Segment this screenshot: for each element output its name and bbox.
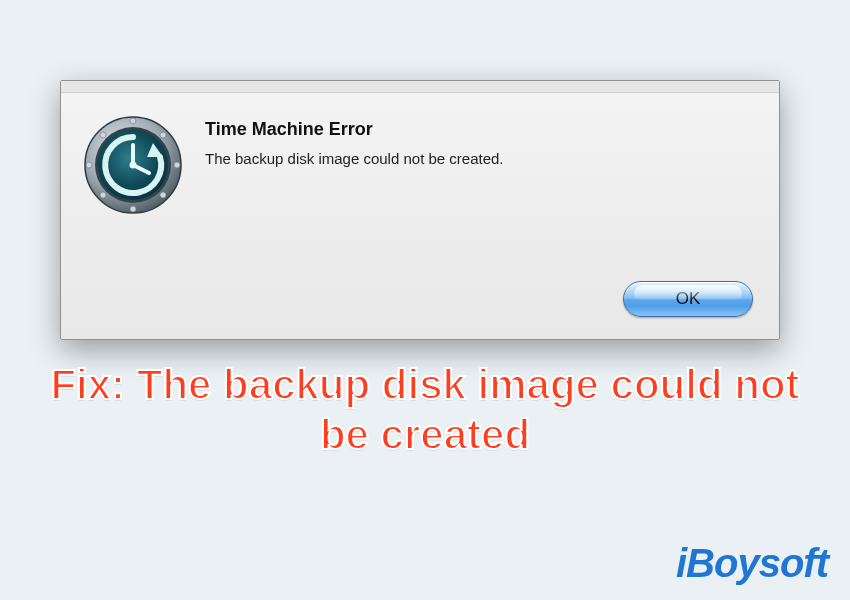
- dialog-button-row: OK: [623, 281, 753, 317]
- dialog-message: The backup disk image could not be creat…: [205, 150, 753, 167]
- error-dialog: Time Machine Error The backup disk image…: [60, 80, 780, 340]
- svg-point-4: [130, 206, 136, 212]
- overlay-caption: Fix: The backup disk image could not be …: [0, 360, 850, 461]
- svg-point-9: [100, 192, 106, 198]
- svg-point-5: [86, 162, 92, 168]
- svg-point-6: [174, 162, 180, 168]
- time-machine-icon: [83, 115, 183, 215]
- svg-point-8: [160, 132, 166, 138]
- ok-button[interactable]: OK: [623, 281, 753, 317]
- dialog-icon-wrap: [83, 111, 183, 215]
- dialog-title-bar: [61, 81, 779, 93]
- svg-point-10: [160, 192, 166, 198]
- dialog-title: Time Machine Error: [205, 119, 753, 140]
- svg-point-7: [100, 132, 106, 138]
- watermark-logo: iBoysoft: [676, 541, 828, 586]
- svg-point-3: [130, 118, 136, 124]
- dialog-body: Time Machine Error The backup disk image…: [61, 93, 779, 233]
- svg-point-13: [130, 162, 137, 169]
- dialog-text-column: Time Machine Error The backup disk image…: [205, 111, 753, 215]
